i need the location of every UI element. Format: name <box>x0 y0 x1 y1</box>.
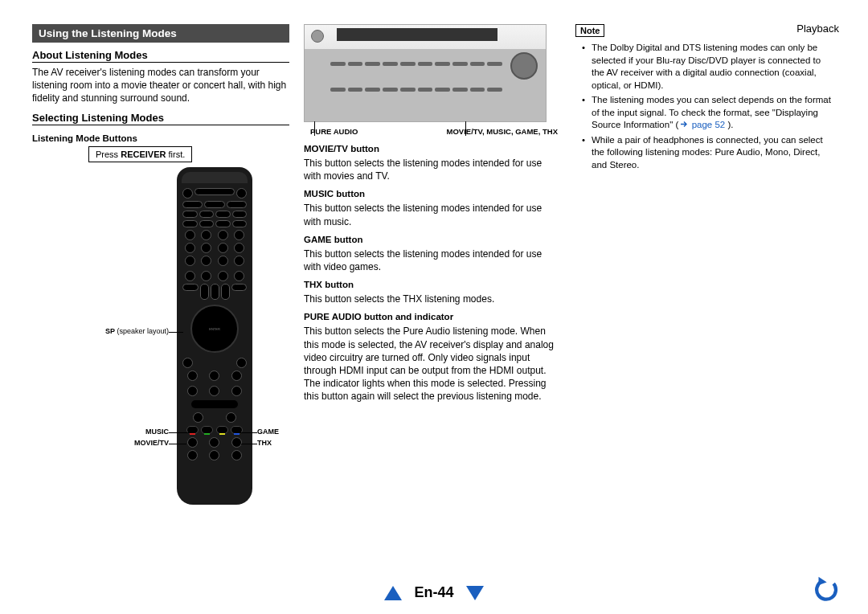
selecting-heading: Selecting Listening Modes <box>32 112 289 125</box>
return-icon[interactable] <box>812 575 839 603</box>
listening-mode-buttons-label: Listening Mode Buttons <box>32 133 289 143</box>
remote-control-illustration <box>177 167 252 505</box>
movietv-body: This button selects the listening modes … <box>304 157 561 182</box>
game-heading: GAME button <box>304 235 561 244</box>
pure-body: This button selects the Pure Audio liste… <box>304 325 561 403</box>
callout-movietv: MOVIE/TV <box>32 439 169 447</box>
breadcrumb: Playback <box>796 23 839 35</box>
note-item: While a pair of headphones is connected,… <box>585 134 833 172</box>
about-heading: About Listening Modes <box>32 49 289 63</box>
pure-heading: PURE AUDIO button and indicator <box>304 312 561 321</box>
note-item: The listening modes you can select depen… <box>585 94 833 132</box>
callout-music: MUSIC <box>32 428 169 436</box>
thx-body: This button selects the THX listening mo… <box>304 293 561 305</box>
callout-game: GAME <box>257 428 279 436</box>
section-title-bar: Using the Listening Modes <box>32 24 289 43</box>
page-number: En-44 <box>414 584 453 600</box>
receiver-labels: PURE AUDIO MOVIE/TV, MUSIC, GAME, THX <box>304 127 561 136</box>
movietv-heading: MOVIE/TV button <box>304 144 561 154</box>
callout-sp: SP (speaker layout) <box>32 327 169 335</box>
receiver-front-panel-illustration <box>304 24 547 122</box>
callout-thx: THX <box>257 439 272 447</box>
thx-heading: THX button <box>304 280 561 289</box>
note-item: The Dolby Digital and DTS listening mode… <box>585 42 833 92</box>
music-heading: MUSIC button <box>304 189 561 199</box>
prev-page-icon[interactable] <box>384 586 402 600</box>
page-ref-link[interactable]: page 52 <box>681 120 727 129</box>
page-footer: En-44 <box>0 584 868 601</box>
note-list: The Dolby Digital and DTS listening mode… <box>575 42 833 171</box>
remote-diagram: Press RECEIVER first. <box>32 146 289 516</box>
next-page-icon[interactable] <box>466 586 484 600</box>
note-label: Note <box>575 24 604 37</box>
game-body: This button selects the listening modes … <box>304 248 561 273</box>
press-receiver-hint: Press RECEIVER first. <box>88 146 192 162</box>
music-body: This button selects the listening modes … <box>304 202 561 227</box>
about-body: The AV receiver's listening modes can tr… <box>32 66 289 105</box>
